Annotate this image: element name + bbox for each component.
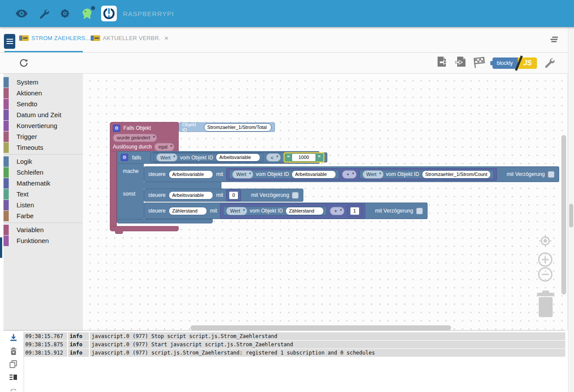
- objektid-field[interactable]: Stromzaehler_1/Strom/Count: [422, 170, 491, 179]
- blockly-js-toggle[interactable]: blockly JS: [492, 57, 537, 69]
- tab-close-icon[interactable]: ✕: [164, 35, 169, 41]
- eye-icon[interactable]: [16, 10, 27, 17]
- left-gutter: [0, 74, 3, 330]
- page-scrollbar[interactable]: [568, 27, 574, 392]
- workspace-horizontal-scrollbar[interactable]: [190, 325, 451, 330]
- category-konvertierung[interactable]: Konvertierung: [3, 120, 83, 131]
- number-field[interactable]: 1: [350, 207, 360, 215]
- tab-label: AKTUELLER VERBR.: [103, 35, 161, 41]
- category-aktionen[interactable]: Aktionen: [3, 88, 83, 98]
- getter-block[interactable]: Wert vom Objekt ID Arbeitsvariable: [153, 153, 263, 162]
- log-copy-icon[interactable]: [10, 360, 17, 368]
- mutator-gear-icon[interactable]: ⚙: [113, 125, 120, 132]
- text-block-selected[interactable]: “ 1000 ”: [284, 152, 324, 162]
- objektid-field[interactable]: Stromzaehler_1/Strom/Total: [204, 123, 272, 132]
- refresh-icon[interactable]: [19, 58, 29, 70]
- arithmetic-block[interactable]: Wert vom Objekt ID Zählerstand + 1: [220, 203, 365, 219]
- math-op-dropdown[interactable]: +: [330, 207, 344, 215]
- menu-toggle-button[interactable]: [4, 34, 15, 49]
- control-block-sonst-2[interactable]: steuere Zählerstand mit Wert vom Objekt …: [144, 203, 428, 219]
- workspace-vertical-scrollbar[interactable]: [561, 135, 566, 294]
- text-value-field[interactable]: 1000: [292, 153, 316, 162]
- category-logik[interactable]: Logik: [3, 156, 83, 167]
- log-severity: info: [68, 332, 89, 340]
- mache-label: mache: [123, 168, 139, 174]
- export-blocks-icon[interactable]: [437, 56, 448, 70]
- category-funktionen[interactable]: Funktionen: [3, 235, 83, 246]
- wrench-icon[interactable]: [39, 8, 49, 19]
- category-trigger[interactable]: Trigger: [3, 131, 83, 142]
- objektid-field[interactable]: Arbeitsvariable: [216, 153, 260, 162]
- getter-block[interactable]: Wert vom Objekt ID Zählerstand: [223, 206, 327, 216]
- number-field[interactable]: 0: [229, 191, 238, 199]
- objektid-field[interactable]: Arbeitsvariable: [292, 170, 336, 179]
- delay-checkbox[interactable]: [292, 192, 299, 199]
- zoom-reset-icon[interactable]: [539, 235, 551, 249]
- delay-checkbox[interactable]: [416, 208, 423, 214]
- log-severity: info: [68, 341, 89, 348]
- wert-dropdown[interactable]: Wert: [363, 170, 384, 179]
- tab-list-icon[interactable]: [550, 37, 558, 43]
- compare-block[interactable]: Wert vom Objekt ID Arbeitsvariable < “ 1…: [150, 152, 327, 162]
- log-clear-icon[interactable]: [10, 347, 17, 355]
- vom-objektid-label: vom Objekt ID: [250, 208, 283, 214]
- page-scrollbar-thumb[interactable]: [569, 204, 573, 227]
- script-tabbar: STROM ZAEHLERS... ✕ AKTUELLER VERBR. ✕: [0, 27, 568, 53]
- if-block-else-separator: [144, 182, 221, 189]
- number-block[interactable]: 0: [226, 189, 241, 201]
- arithmetic-block[interactable]: Wert vom Objekt ID Arbeitsvariable + Wer…: [226, 168, 497, 181]
- category-text[interactable]: Text: [3, 189, 83, 199]
- category-farbe[interactable]: Farbe: [3, 210, 83, 221]
- blockly-badge-icon: [19, 35, 29, 41]
- import-blocks-icon[interactable]: [455, 56, 466, 70]
- control-block-mache[interactable]: steuere Arbeitsvariable mit Wert vom Obj…: [144, 166, 559, 182]
- tab-aktueller-verbrauch[interactable]: AKTUELLER VERBR. ✕: [91, 35, 169, 41]
- trash-icon[interactable]: [536, 291, 555, 319]
- category-datum-und-zeit[interactable]: Datum und Zeit: [3, 109, 83, 120]
- target-objektid-field[interactable]: Zählerstand: [169, 207, 207, 215]
- delay-checkbox[interactable]: [548, 171, 554, 178]
- log-layout-icon[interactable]: [10, 373, 17, 381]
- getter-block[interactable]: Wert vom Objekt ID Arbeitsvariable: [229, 170, 339, 179]
- ausloesung-dropdown[interactable]: egal: [154, 143, 174, 151]
- category-sendto[interactable]: Sendto: [3, 98, 83, 109]
- target-objektid-field[interactable]: Arbeitsvariable: [169, 191, 213, 199]
- category-variablen[interactable]: Variablen: [3, 224, 83, 235]
- log-download-icon[interactable]: [10, 334, 17, 342]
- objektid-label: Objekt ID: [182, 122, 201, 132]
- math-op-dropdown[interactable]: +: [342, 170, 356, 179]
- check-blocks-icon[interactable]: [473, 57, 486, 70]
- trigger-title: Falls Objekt: [123, 125, 151, 131]
- quote-open-icon: “: [287, 153, 290, 162]
- wert-dropdown[interactable]: Wert: [226, 207, 247, 215]
- zoom-in-icon[interactable]: [538, 252, 553, 269]
- control-block-sonst-1[interactable]: steuere Arbeitsvariable mit 0 mit Verzög…: [144, 189, 303, 202]
- log-row[interactable]: 09:38:15.767 info javascript.0 (977) Sto…: [24, 332, 565, 340]
- target-objektid-field[interactable]: Arbeitsvariable: [169, 170, 213, 179]
- expert-mode-icon[interactable]: [81, 8, 92, 20]
- objektid-shadow-block[interactable]: Objekt ID Stromzaehler_1/Strom/Total: [179, 122, 275, 132]
- settings-icon[interactable]: [60, 8, 70, 19]
- blockly-toggle-label: blockly: [492, 57, 518, 69]
- category-system[interactable]: System: [3, 77, 83, 88]
- objektid-field[interactable]: Zählerstand: [285, 207, 324, 215]
- log-pin-icon[interactable]: [10, 389, 17, 392]
- zoom-out-icon[interactable]: [538, 267, 553, 284]
- number-block[interactable]: 1: [347, 205, 362, 217]
- wert-dropdown[interactable]: Wert: [232, 170, 253, 179]
- tab-strom-zaehlerstand[interactable]: STROM ZAEHLERS... ✕: [19, 35, 98, 41]
- category-timeouts[interactable]: Timeouts: [3, 142, 83, 153]
- category-schleifen[interactable]: Schleifen: [3, 167, 83, 178]
- operator-dropdown[interactable]: <: [266, 153, 280, 162]
- category-listen[interactable]: Listen: [3, 199, 83, 210]
- log-row[interactable]: 09:38:15.875 info javascript.0 (977) Sta…: [24, 341, 565, 348]
- settings-wrench-icon[interactable]: [544, 57, 555, 70]
- wert-dropdown[interactable]: Wert: [156, 153, 177, 162]
- blockly-workspace[interactable]: ⚙ Falls Objekt wurde geändert Auslösung …: [83, 74, 568, 330]
- getter-block[interactable]: Wert vom Objekt ID Stromzaehler_1/Strom/…: [360, 170, 494, 179]
- panel-splitter-handle[interactable]: [0, 237, 2, 258]
- log-row[interactable]: 09:38:15.912 info javascript.0 (977) scr…: [24, 349, 565, 357]
- mutator-gear-icon[interactable]: ⚙: [121, 154, 128, 161]
- category-mathematik[interactable]: Mathematik: [3, 178, 83, 189]
- trigger-change-dropdown[interactable]: wurde geändert: [113, 134, 157, 142]
